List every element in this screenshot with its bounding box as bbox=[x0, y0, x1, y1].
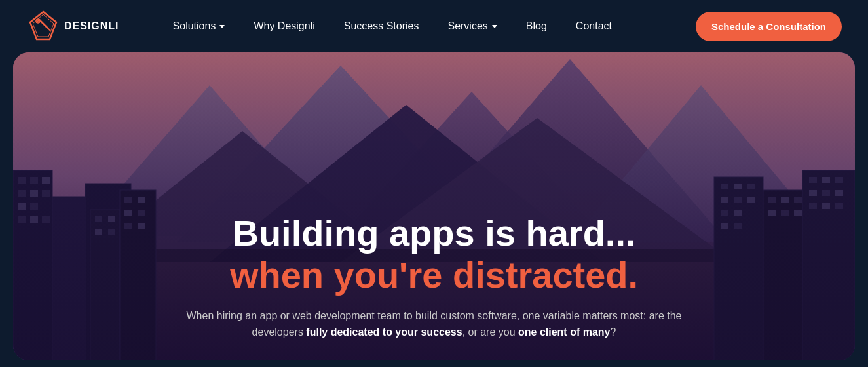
nav-contact[interactable]: Contact bbox=[561, 14, 626, 39]
chevron-down-icon bbox=[219, 25, 225, 28]
hero-section: Building apps is hard... when you're dis… bbox=[13, 52, 855, 360]
svg-line-2 bbox=[39, 20, 47, 28]
chevron-down-icon bbox=[492, 25, 497, 28]
nav-links: Solutions Why Designli Success Stories S… bbox=[159, 14, 696, 39]
brand-name: DESIGNLI bbox=[64, 20, 119, 32]
svg-marker-0 bbox=[30, 12, 56, 39]
schedule-consultation-button[interactable]: Schedule a Consultation bbox=[696, 12, 842, 41]
logo[interactable]: DESIGNLI bbox=[26, 9, 119, 43]
hero-subtext-bold2: one client of many bbox=[518, 326, 610, 338]
hero-subtext-middle: , or are you bbox=[462, 326, 518, 338]
nav-services[interactable]: Services bbox=[433, 14, 511, 39]
hero-subtext-bold1: fully dedicated to your success bbox=[306, 326, 462, 338]
nav-solutions[interactable]: Solutions bbox=[159, 14, 240, 39]
hero-headline-orange: when you're distracted. bbox=[79, 254, 789, 296]
nav-blog[interactable]: Blog bbox=[512, 14, 561, 39]
hero-headline-white: Building apps is hard... bbox=[79, 212, 789, 254]
hero-content: Building apps is hard... when you're dis… bbox=[13, 212, 855, 341]
navbar: DESIGNLI Solutions Why Designli Success … bbox=[0, 0, 868, 52]
nav-why-designli[interactable]: Why Designli bbox=[239, 14, 329, 39]
hero-subtext: When hiring an app or web development te… bbox=[172, 307, 696, 341]
svg-line-4 bbox=[47, 28, 50, 30]
hero-subtext-after: ? bbox=[610, 326, 616, 338]
nav-success-stories[interactable]: Success Stories bbox=[330, 14, 434, 39]
